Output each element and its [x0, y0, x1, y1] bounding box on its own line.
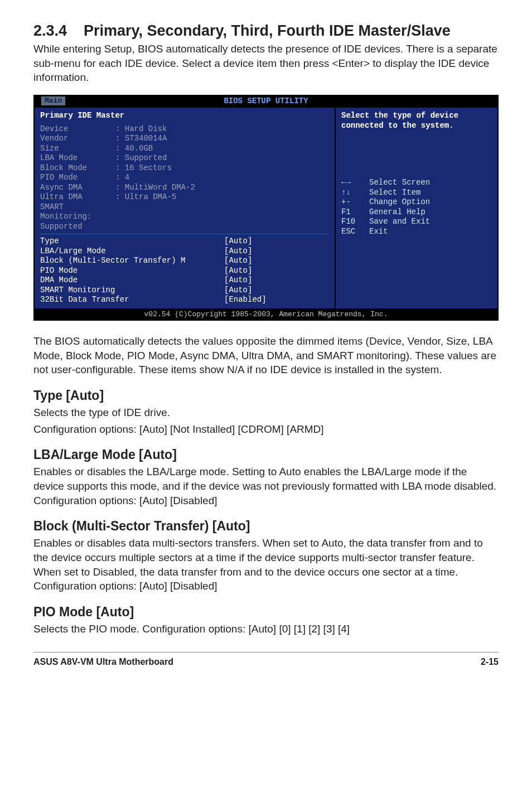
bios-item-value: [Auto] [224, 256, 252, 266]
pio-heading: PIO Mode [Auto] [33, 605, 499, 620]
bios-dimmed-info: Device: Hard DiskVendor: ST340014ASize: … [40, 124, 329, 232]
bios-dimmed-value: : Supported [115, 153, 167, 163]
section-title: Primary, Secondary, Third, Fourth IDE Ma… [84, 22, 499, 40]
bios-header-bar: Main BIOS SETUP UTILITY [35, 96, 497, 107]
bios-item-row[interactable]: DMA Mode[Auto] [40, 276, 329, 286]
bios-item-label: 32Bit Data Transfer [40, 295, 224, 305]
bios-header-title: BIOS SETUP UTILITY [224, 96, 308, 105]
bios-dimmed-label: Block Mode [40, 163, 115, 173]
bios-panel-title: Primary IDE Master [40, 111, 329, 121]
type-desc-2: Configuration options: [Auto] [Not Insta… [33, 422, 499, 437]
bios-dimmed-label: PIO Mode [40, 173, 115, 183]
bios-item-value: [Enabled] [224, 295, 267, 305]
bios-help-key-row: ESCExit [341, 227, 492, 237]
bios-right-panel: Select the type of device connected to t… [336, 108, 497, 308]
bios-item-label: Type [40, 236, 224, 247]
bios-dimmed-value: : ST340014A [115, 134, 167, 144]
bios-item-row[interactable]: Block (Multi-Sector Transfer) M[Auto] [40, 256, 329, 266]
type-heading: Type [Auto] [33, 388, 499, 403]
bios-dimmed-row: Block Mode: 16 Sectors [40, 163, 329, 173]
bios-dimmed-row: Ultra DMA: Ultra DMA-5 [40, 192, 329, 202]
bios-dimmed-row: Size: 40.0GB [40, 144, 329, 154]
bios-dimmed-label: LBA Mode [40, 153, 115, 163]
bios-dimmed-label: SMART Monitoring: Supported [40, 202, 115, 232]
bios-item-label: PIO Mode [40, 266, 224, 276]
bios-help-key-row: ↑↓Select Item [341, 188, 492, 198]
bios-help-key-row: F1General Help [341, 207, 492, 218]
bios-tab-main: Main [41, 96, 65, 105]
block-heading: Block (Multi-Sector Transfer) [Auto] [33, 519, 499, 534]
bios-dimmed-label: Size [40, 144, 115, 154]
section-intro: While entering Setup, BIOS automatically… [33, 42, 499, 85]
bios-item-label: SMART Monitoring [40, 286, 224, 296]
bios-dimmed-value: : Hard Disk [115, 124, 167, 134]
bios-dimmed-row: PIO Mode: 4 [40, 173, 329, 183]
bios-dimmed-value: : Ultra DMA-5 [115, 192, 176, 202]
bios-help-key-row: +-Change Option [341, 197, 492, 207]
bios-dimmed-row: Vendor: ST340014A [40, 134, 329, 144]
bios-dimmed-label: Ultra DMA [40, 192, 115, 202]
bios-dimmed-label: Device [40, 124, 115, 134]
bios-dimmed-label: Async DMA [40, 183, 115, 193]
bios-config-items: Type[Auto]LBA/Large Mode[Auto]Block (Mul… [40, 234, 329, 305]
footer-right: 2-15 [481, 657, 499, 667]
bios-help-text: Select the type of device connected to t… [341, 111, 492, 131]
bios-item-value: [Auto] [224, 247, 252, 257]
bios-dimmed-row: SMART Monitoring: Supported [40, 202, 329, 232]
block-desc: Enables or disables data multi-sectors t… [33, 536, 499, 593]
bios-left-panel: Primary IDE Master Device: Hard DiskVend… [35, 108, 336, 308]
section-number: 2.3.4 [33, 22, 84, 40]
bios-item-row[interactable]: PIO Mode[Auto] [40, 266, 329, 276]
bios-dimmed-label: Vendor [40, 134, 115, 144]
bios-help-key-row: ←→Select Screen [341, 178, 492, 188]
lba-desc: Enables or disables the LBA/Large mode. … [33, 465, 499, 508]
bios-item-row[interactable]: SMART Monitoring[Auto] [40, 286, 329, 296]
bios-item-value: [Auto] [224, 266, 252, 276]
bios-item-label: DMA Mode [40, 276, 224, 286]
type-desc-1: Selects the type of IDE drive. [33, 405, 499, 420]
bios-dimmed-row: Async DMA: MultiWord DMA-2 [40, 183, 329, 193]
bios-help-desc: Select Screen [369, 178, 430, 188]
bios-item-label: LBA/Large Mode [40, 247, 224, 257]
bios-help-desc: Change Option [369, 197, 430, 207]
bios-dimmed-value: : 16 Sectors [115, 163, 172, 173]
bios-item-row[interactable]: LBA/Large Mode[Auto] [40, 247, 329, 257]
bios-help-key: +- [341, 197, 369, 207]
section-heading: 2.3.4 Primary, Secondary, Third, Fourth … [33, 22, 499, 40]
bios-screenshot: Main BIOS SETUP UTILITY Primary IDE Mast… [33, 95, 499, 321]
bios-item-value: [Auto] [224, 276, 252, 286]
bios-help-key: ESC [341, 227, 369, 237]
bios-dimmed-value: : 4 [115, 173, 129, 183]
bios-help-desc: General Help [369, 207, 425, 218]
bios-dimmed-row: Device: Hard Disk [40, 124, 329, 134]
bios-item-value: [Auto] [224, 286, 252, 296]
footer-left: ASUS A8V-VM Ultra Motherboard [33, 657, 173, 667]
bios-item-value: [Auto] [224, 236, 252, 247]
bios-help-key: ↑↓ [341, 188, 369, 198]
bios-dimmed-row: LBA Mode: Supported [40, 153, 329, 163]
page-footer: ASUS A8V-VM Ultra Motherboard 2-15 [33, 652, 499, 667]
bios-footer: v02.54 (C)Copyright 1985-2003, American … [35, 308, 497, 320]
bios-dimmed-value: : 40.0GB [115, 144, 153, 154]
bios-help-key-row: F10Save and Exit [341, 217, 492, 227]
bios-item-row[interactable]: 32Bit Data Transfer[Enabled] [40, 295, 329, 305]
bios-help-key: ←→ [341, 178, 369, 188]
bios-help-key: F1 [341, 207, 369, 218]
bios-help-desc: Save and Exit [369, 217, 430, 227]
bios-help-key: F10 [341, 217, 369, 227]
bios-item-row[interactable]: Type[Auto] [40, 236, 329, 247]
bios-help-keys: ←→Select Screen↑↓Select Item+-Change Opt… [341, 178, 492, 236]
lba-heading: LBA/Large Mode [Auto] [33, 447, 499, 462]
pio-desc: Selects the PIO mode. Configuration opti… [33, 622, 499, 636]
bios-item-label: Block (Multi-Sector Transfer) M [40, 256, 224, 266]
bios-dimmed-value: : MultiWord DMA-2 [115, 183, 195, 193]
bios-help-desc: Exit [369, 227, 388, 237]
bios-help-desc: Select Item [369, 188, 420, 198]
after-bios-paragraph: The BIOS automatically detects the value… [33, 334, 499, 377]
